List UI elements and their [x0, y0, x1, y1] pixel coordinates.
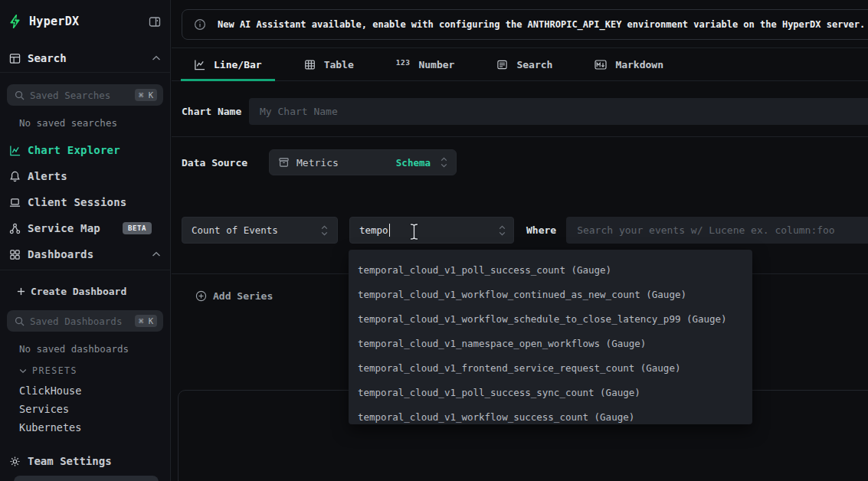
- saved-searches-search[interactable]: ⌘ K: [7, 84, 163, 106]
- sidebar-item-label: Chart Explorer: [28, 144, 120, 156]
- tab-label: Table: [324, 59, 354, 70]
- series-row: Count of Events tempo Where: [182, 217, 868, 244]
- aggregation-select[interactable]: Count of Events: [182, 217, 338, 244]
- preset-item-services[interactable]: Services: [19, 400, 170, 418]
- presets-list: ClickHouse Services Kubernetes: [0, 381, 170, 437]
- saved-dashboards-shortcut: ⌘ K: [135, 315, 157, 327]
- sidebar-item-label: Service Map: [28, 222, 100, 234]
- tab-label: Search: [516, 59, 552, 70]
- saved-dashboards-search[interactable]: ⌘ K: [7, 310, 163, 332]
- banner-text: New AI Assistant available, enable with …: [218, 19, 865, 30]
- tab-label: Number: [418, 59, 454, 70]
- sidebar-item-label: Dashboards: [28, 248, 93, 260]
- chart-explorer-icon: [9, 145, 21, 156]
- database-icon: [278, 157, 290, 168]
- chevrons-updown-icon: [499, 224, 506, 237]
- sidebar-item-label: Alerts: [28, 170, 67, 182]
- create-dashboard-button[interactable]: Create Dashboard: [17, 281, 170, 301]
- sidebar-item-client-sessions[interactable]: Client Sessions: [0, 189, 170, 215]
- metric-option[interactable]: temporal_cloud_v1_workflow_success_count…: [349, 405, 752, 424]
- preset-item-kubernetes[interactable]: Kubernetes: [19, 418, 170, 437]
- app-title: HyperDX: [29, 15, 142, 28]
- search-icon: [15, 316, 25, 326]
- markdown-icon: [594, 60, 607, 70]
- laptop-icon: [9, 197, 21, 208]
- search-section-label: Search: [28, 52, 145, 64]
- add-series-label: Add Series: [213, 290, 273, 302]
- saved-dashboards-input[interactable]: [30, 316, 129, 327]
- sidebar-item-chart-explorer[interactable]: Chart Explorer: [0, 137, 170, 163]
- sidebar-item-service-map[interactable]: Service Map BETA: [0, 215, 170, 241]
- metric-option[interactable]: temporal_cloud_v1_workflow_schedule_to_c…: [349, 307, 752, 332]
- team-settings-label: Team Settings: [28, 455, 112, 467]
- tab-table[interactable]: Table: [291, 48, 367, 81]
- metric-option[interactable]: temporal_cloud_v1_poll_success_sync_coun…: [349, 381, 752, 405]
- search-section-icon: [9, 53, 21, 64]
- chevrons-updown-icon: [321, 224, 328, 237]
- tab-label: Line/Bar: [214, 59, 262, 70]
- create-dashboard-label: Create Dashboard: [31, 286, 126, 297]
- divider: [172, 136, 868, 137]
- tab-label: Markdown: [615, 59, 663, 70]
- metric-option[interactable]: temporal_cloud_v1_frontend_service_reque…: [349, 356, 752, 381]
- sidebar: HyperDX Search ⌘ K No saved s: [0, 0, 171, 481]
- sidebar-item-dashboards[interactable]: Dashboards: [0, 241, 170, 267]
- sidebar-divider: [0, 270, 170, 270]
- beta-badge: BETA: [123, 222, 152, 234]
- chart-name-label: Chart Name: [182, 106, 249, 117]
- chevron-up-icon: [152, 55, 161, 61]
- app-logo-row: HyperDX: [0, 0, 170, 28]
- sidebar-section-search[interactable]: Search: [0, 52, 170, 64]
- chart-type-tabs: Line/Bar Table 123 Number S: [181, 48, 676, 81]
- service-map-icon: [9, 223, 21, 234]
- metric-select-input[interactable]: tempo: [349, 217, 514, 244]
- sidebar-nav: Chart Explorer Alerts Client Sessions: [0, 137, 170, 267]
- gear-icon: [9, 456, 21, 467]
- preset-item-clickhouse[interactable]: ClickHouse: [19, 381, 170, 400]
- metric-option[interactable]: temporal_cloud_v1_poll_success_count (Ga…: [349, 258, 752, 283]
- aggregation-value: Count of Events: [192, 224, 278, 236]
- ai-assistant-banner: New AI Assistant available, enable with …: [182, 9, 868, 40]
- list-doc-icon: [496, 59, 508, 70]
- sidebar-bottom-cutoff-element[interactable]: [14, 476, 159, 481]
- info-icon: [194, 18, 206, 31]
- data-source-select[interactable]: Metrics Schema: [269, 149, 457, 175]
- where-lucene-input[interactable]: [566, 217, 868, 244]
- plus-icon: [17, 287, 25, 296]
- no-saved-dashboards-text: No saved dashboards: [19, 343, 170, 355]
- sidebar-item-label: Client Sessions: [28, 196, 126, 208]
- metric-input-value: tempo: [359, 224, 388, 236]
- data-source-value: Metrics: [296, 157, 389, 169]
- sidebar-divider: [0, 72, 170, 73]
- data-source-label: Data Source: [182, 157, 269, 169]
- metric-suggestions-dropdown: temporal_cloud_v1_poll_success_count (Ga…: [349, 250, 752, 424]
- search-icon: [15, 90, 25, 100]
- no-saved-searches-text: No saved searches: [19, 117, 170, 129]
- line-chart-icon: [194, 59, 205, 70]
- metric-option[interactable]: temporal_cloud_v1_workflow_continued_as_…: [349, 283, 752, 307]
- chevron-down-icon: [19, 368, 27, 374]
- saved-searches-shortcut: ⌘ K: [135, 89, 157, 101]
- chart-name-row: Chart Name: [182, 98, 868, 125]
- tab-search[interactable]: Search: [483, 48, 565, 81]
- sidebar-collapse-icon[interactable]: [149, 16, 161, 28]
- text-caret: [389, 224, 391, 237]
- sidebar-item-alerts[interactable]: Alerts: [0, 163, 170, 189]
- metric-option[interactable]: temporal_cloud_v1_namespace_open_workflo…: [349, 332, 752, 356]
- presets-toggle[interactable]: PRESETS: [19, 365, 170, 376]
- chevrons-updown-icon: [441, 156, 447, 169]
- presets-header-label: PRESETS: [32, 365, 77, 376]
- dashboards-icon: [9, 249, 21, 260]
- schema-button[interactable]: Schema: [396, 157, 431, 169]
- table-icon: [304, 59, 316, 70]
- chart-name-input[interactable]: [249, 98, 868, 125]
- circle-plus-icon: [195, 290, 207, 302]
- sidebar-item-team-settings[interactable]: Team Settings: [0, 455, 170, 467]
- add-series-button[interactable]: Add Series: [195, 287, 273, 304]
- number-123-icon: 123: [396, 58, 411, 67]
- tab-number[interactable]: 123 Number: [383, 48, 468, 81]
- tab-markdown[interactable]: Markdown: [581, 48, 676, 81]
- tab-line-bar[interactable]: Line/Bar: [181, 48, 275, 81]
- where-label: Where: [526, 224, 556, 236]
- saved-searches-input[interactable]: [30, 90, 129, 101]
